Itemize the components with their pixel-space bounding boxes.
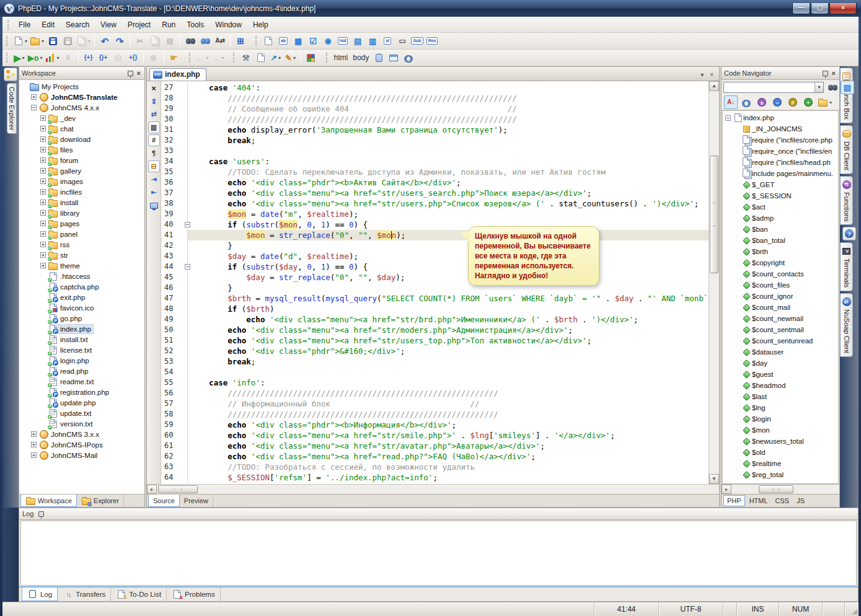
menu-project[interactable]: Project	[122, 18, 156, 32]
menu-view[interactable]: View	[95, 18, 122, 32]
close-tab-icon[interactable]: ×	[707, 71, 717, 81]
tree-item-johncms-mail[interactable]: +JohnCMS-Mail	[19, 450, 144, 460]
tree-item-download[interactable]: +✓download	[19, 134, 144, 144]
line-number[interactable]: 45	[161, 272, 180, 283]
show-private-button[interactable]: −	[770, 95, 784, 109]
line-number[interactable]: 61	[161, 441, 180, 451]
tab-php[interactable]: PHP	[723, 495, 745, 506]
line-number[interactable]: 40	[161, 219, 180, 230]
nav-item-require-incfiles-core-php[interactable]: require ("incfiles/core.php	[724, 134, 838, 146]
code-line-60[interactable]: 60 echo '<div class="menu"><a href="str/…	[161, 430, 709, 441]
line-number[interactable]: 62	[161, 451, 180, 462]
select-frame-button[interactable]: ⊞	[234, 34, 247, 48]
insert-hidden-button[interactable]: hid	[336, 34, 350, 48]
tab-launch-box[interactable]: Launch Box	[840, 68, 853, 123]
expander-icon[interactable]: +	[40, 126, 46, 131]
nav-item--reg-total[interactable]: $reg_total	[724, 469, 838, 480]
tree-item-registration-php[interactable]: P✓registration.php	[19, 387, 144, 397]
code-line-57[interactable]: 57 // Информационный блок //	[161, 398, 709, 409]
grouping-button[interactable]: ▾	[817, 95, 832, 109]
tree-item-gallery[interactable]: +✓gallery	[19, 165, 144, 176]
tab-explorer[interactable]: Explorer	[77, 495, 124, 507]
nav-item--newusers-total[interactable]: $newusers_total	[724, 436, 838, 447]
code-line-35[interactable]: 35 //TODO: Сделать переключатель доступа…	[161, 167, 709, 177]
expander-icon[interactable]: +	[40, 157, 46, 163]
tab-transfers[interactable]: ↑↓Transfers	[58, 587, 111, 601]
tab-css[interactable]: CSS	[772, 496, 793, 506]
tab-to-do-list[interactable]: ✎To-Do List	[111, 587, 167, 601]
nav-item--realtime[interactable]: $realtime	[724, 458, 838, 469]
expander-icon[interactable]: +	[40, 221, 46, 226]
insert-submit-button[interactable]: Sub	[410, 34, 424, 48]
line-number[interactable]: 46	[161, 283, 180, 293]
insert-form-button[interactable]	[262, 34, 275, 48]
line-number[interactable]: 42	[161, 240, 180, 251]
clipboard-button[interactable]	[372, 51, 386, 64]
code-line-55[interactable]: 55 case 'info':	[161, 377, 709, 388]
expander-icon[interactable]: −	[31, 105, 37, 110]
nav-item--ban[interactable]: $ban	[724, 224, 838, 235]
code-editor[interactable]: 27 case '404':28 ///////////////////////…	[161, 81, 709, 484]
tab-workspace[interactable]: Workspace	[20, 495, 77, 507]
tree-item-johncms-ipops[interactable]: +JohnCMS-IPops	[19, 439, 144, 450]
code-line-62[interactable]: 62 echo '<div class="menu"><a href="read…	[161, 451, 709, 462]
nav-item--act[interactable]: $act	[724, 201, 838, 213]
tree-item-update-txt[interactable]: ✓update.txt	[19, 408, 144, 418]
expander-icon[interactable]: +	[31, 452, 37, 458]
code-line-48[interactable]: 48 if ($brth)	[161, 304, 709, 314]
expander-icon[interactable]: +	[31, 442, 37, 447]
code-line-56[interactable]: 56 /////////////////////////////////////…	[161, 388, 709, 398]
tree-item-captcha-php[interactable]: P✓captcha.php	[19, 281, 144, 292]
tree-item-my-projects[interactable]: My Projects	[19, 81, 144, 92]
nav-item--count-files[interactable]: $count_files	[724, 279, 838, 291]
tree-item-favicon-ico[interactable]: ✓favicon.ico	[19, 302, 144, 313]
code-line-41[interactable]: 41 $mon = str_replace("0", "", $mon);	[161, 230, 709, 240]
line-number[interactable]: 47	[161, 293, 180, 304]
nav-item--day[interactable]: $day	[724, 358, 838, 369]
line-number[interactable]: 28	[161, 93, 180, 103]
line-number[interactable]: 38	[161, 198, 180, 209]
tree-item-go-php[interactable]: P✓go.php	[19, 313, 144, 323]
tree-item--htaccess[interactable]: ✓.htaccess	[19, 271, 144, 281]
resize-grip[interactable]: ◢	[845, 602, 859, 616]
expander-icon[interactable]: +	[40, 263, 46, 268]
line-number[interactable]: 49	[161, 314, 180, 325]
code-line-63[interactable]: 63 //TODO: Разобраться с сессией, по воз…	[161, 462, 709, 472]
insert-text-field-button[interactable]: ab	[276, 34, 290, 48]
tree-item-chat[interactable]: +✓chat	[19, 123, 144, 134]
navigator-search-combo[interactable]: ▾	[723, 82, 824, 93]
nav-item--admp[interactable]: $admp	[724, 213, 838, 224]
fold-collapse-icon[interactable]: −	[185, 264, 190, 270]
line-number[interactable]: 44	[161, 262, 180, 272]
code-line-53[interactable]: 53 break;	[161, 356, 709, 367]
tree-item-exit-php[interactable]: P✓exit.php	[19, 292, 144, 302]
browser-pane-button[interactable]	[387, 51, 400, 64]
insert-grid-button[interactable]: ▦	[291, 34, 305, 48]
nav-item-require-incfiles-head-ph[interactable]: require ("incfiles/head.ph	[724, 157, 838, 168]
tree-item-pages[interactable]: +✓pages	[19, 218, 144, 229]
tree-item-login-php[interactable]: P✓login.php	[19, 355, 144, 366]
line-number[interactable]: 29	[161, 103, 180, 114]
line-number[interactable]: 37	[161, 188, 180, 198]
code-line-50[interactable]: 50 echo '<div class="menu"><a href="str/…	[161, 325, 709, 335]
nav-item--in-johncms[interactable]: _IN_JOHNCMS	[724, 123, 838, 134]
h-scrollbar-thumb[interactable]	[759, 485, 793, 493]
replace-button[interactable]: A⇄	[213, 34, 227, 48]
step-into-button[interactable]: {+}	[82, 51, 95, 64]
code-line-46[interactable]: 46 }	[161, 283, 709, 293]
menu-search[interactable]: Search	[60, 18, 95, 32]
expander-icon[interactable]: −	[725, 115, 731, 121]
find-button[interactable]	[183, 34, 197, 48]
combo-dropdown-icon[interactable]: ▾	[815, 82, 823, 92]
redo-button[interactable]: ↷	[113, 34, 126, 48]
line-number[interactable]: 48	[161, 304, 180, 314]
line-number[interactable]: 57	[161, 398, 180, 409]
nav-item--count-sentmail[interactable]: $count_sentmail	[724, 324, 838, 335]
insert-input-button[interactable]: xI	[381, 34, 394, 48]
nav-item--datauser[interactable]: $datauser	[724, 346, 838, 358]
nav-item--get[interactable]: $_GET	[724, 179, 838, 190]
word-wrap-button[interactable]: ⇄	[148, 108, 160, 120]
line-number[interactable]: 64	[161, 472, 180, 483]
expander-icon[interactable]: +	[40, 189, 46, 195]
line-number[interactable]: 31	[161, 125, 180, 135]
